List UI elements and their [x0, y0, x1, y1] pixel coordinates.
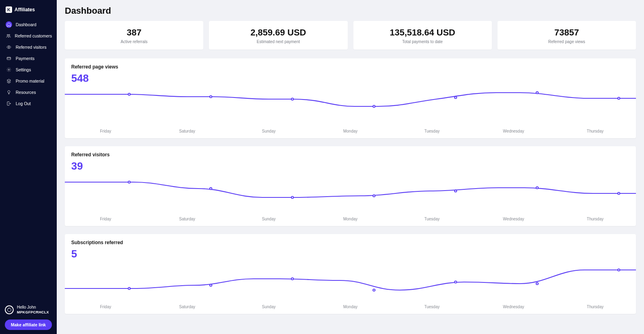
x-tick: Sunday: [228, 217, 310, 221]
user-text: Hello John MPKGFPCRHCLX: [17, 305, 49, 315]
chart-x-axis: Friday Saturday Sunday Monday Tuesday We…: [65, 126, 636, 138]
svg-point-0: [7, 35, 8, 36]
x-tick: Thursday: [554, 129, 636, 133]
stat-label: Total payments to date: [357, 39, 488, 44]
sidebar-item-label: Payments: [16, 56, 35, 61]
svg-point-22: [291, 278, 293, 280]
x-tick: Tuesday: [391, 217, 473, 221]
chart-total: 39: [65, 158, 636, 173]
sidebar-item-referred-visitors[interactable]: Referred visitors: [0, 42, 57, 52]
brand-logo-icon: K: [6, 6, 12, 13]
x-tick: Tuesday: [391, 305, 473, 309]
sidebar-item-label: Referred customers: [15, 33, 52, 38]
x-tick: Friday: [65, 305, 147, 309]
avatar-icon: [5, 305, 14, 314]
stat-card-total-payments: 135,518.64 USD Total payments to date: [353, 21, 492, 50]
stat-label: Active referrals: [69, 39, 199, 44]
svg-point-2: [8, 47, 10, 48]
chart-header: Referred page views: [65, 58, 636, 70]
svg-point-18: [536, 187, 538, 189]
sidebar-item-label: Resources: [16, 90, 36, 95]
sidebar-item-dashboard[interactable]: Dashboard: [0, 19, 57, 30]
chart-body: [65, 261, 636, 301]
user-code: MPKGFPCRHCLX: [17, 310, 49, 315]
svg-point-23: [373, 289, 375, 291]
chart-title: Referred page views: [71, 64, 630, 70]
stat-card-active-referrals: 387 Active referrals: [65, 21, 203, 50]
svg-point-17: [454, 190, 456, 192]
chart-card-referred-page-views: Referred page views 548 Friday Saturday …: [65, 58, 636, 138]
x-tick: Monday: [310, 129, 391, 133]
main-content: Dashboard 387 Active referrals 2,859.69 …: [57, 0, 644, 334]
x-tick: Wednesday: [473, 129, 555, 133]
sidebar-item-label: Referred visitors: [16, 45, 46, 50]
chart-header: Subscriptions referred: [65, 234, 636, 245]
x-tick: Friday: [65, 129, 147, 133]
svg-point-10: [454, 97, 456, 99]
card-icon: [6, 55, 12, 62]
user-greeting: Hello John: [17, 305, 49, 310]
sidebar-footer: Hello John MPKGFPCRHCLX Make affiliate l…: [0, 305, 57, 330]
x-tick: Thursday: [554, 305, 636, 309]
svg-point-8: [291, 98, 293, 100]
eye-icon: [6, 44, 12, 50]
sidebar-item-promo-material[interactable]: Promo material: [0, 76, 57, 86]
svg-point-15: [291, 197, 293, 199]
stat-card-referred-page-views: 73857 Referred page views: [497, 21, 636, 50]
stat-value: 73857: [502, 27, 632, 38]
stat-value: 387: [69, 27, 199, 38]
sidebar-item-label: Promo material: [16, 79, 44, 83]
x-tick: Thursday: [554, 217, 636, 221]
svg-point-21: [210, 284, 212, 286]
chart-title: Referred visitors: [71, 152, 630, 158]
svg-point-24: [454, 281, 456, 283]
chart-total: 548: [65, 70, 636, 85]
x-tick: Saturday: [147, 217, 228, 221]
x-tick: Tuesday: [391, 129, 473, 133]
gear-icon: [6, 66, 12, 73]
sidebar-item-referred-customers[interactable]: Referred customers: [0, 31, 57, 41]
chart-title: Subscriptions referred: [71, 240, 630, 245]
x-tick: Sunday: [228, 129, 310, 133]
user-block: Hello John MPKGFPCRHCLX: [5, 305, 52, 315]
svg-point-20: [128, 288, 130, 290]
svg-point-26: [618, 269, 620, 271]
sidebar-item-settings[interactable]: Settings: [0, 64, 57, 75]
svg-point-4: [8, 69, 10, 71]
svg-point-13: [128, 181, 130, 183]
sidebar-item-label: Dashboard: [16, 22, 36, 27]
line-chart-icon: [65, 261, 636, 301]
chart-x-axis: Friday Saturday Sunday Monday Tuesday We…: [65, 301, 636, 314]
svg-rect-3: [7, 57, 11, 60]
svg-point-1: [8, 35, 10, 36]
svg-point-9: [373, 106, 375, 108]
x-tick: Sunday: [228, 305, 310, 309]
svg-point-25: [536, 283, 538, 285]
users-icon: [6, 33, 11, 39]
layers-icon: [6, 78, 12, 84]
svg-point-6: [128, 93, 130, 95]
x-tick: Monday: [310, 217, 391, 221]
bulb-icon: [6, 89, 12, 95]
home-icon: [6, 21, 12, 28]
sidebar-item-logout[interactable]: Log Out: [0, 98, 57, 109]
page-title: Dashboard: [65, 6, 636, 16]
svg-point-16: [373, 195, 375, 197]
sidebar-item-payments[interactable]: Payments: [0, 53, 57, 64]
line-chart-icon: [65, 173, 636, 214]
sidebar: K Affiliates Dashboard Referred customer…: [0, 0, 57, 334]
svg-point-11: [536, 92, 538, 94]
svg-point-19: [618, 193, 620, 195]
sidebar-item-label: Settings: [16, 67, 31, 72]
stat-value: 135,518.64 USD: [357, 27, 488, 38]
brand-name: Affiliates: [14, 7, 35, 12]
x-tick: Saturday: [147, 129, 228, 133]
make-affiliate-link-button[interactable]: Make affiliate link: [5, 319, 52, 330]
svg-point-7: [210, 96, 212, 98]
chart-body: [65, 173, 636, 214]
x-tick: Wednesday: [473, 217, 555, 221]
logout-icon: [6, 100, 12, 107]
nav: Dashboard Referred customers Referred vi…: [0, 19, 57, 109]
stat-value: 2,859.69 USD: [213, 27, 343, 38]
sidebar-item-resources[interactable]: Resources: [0, 87, 57, 98]
